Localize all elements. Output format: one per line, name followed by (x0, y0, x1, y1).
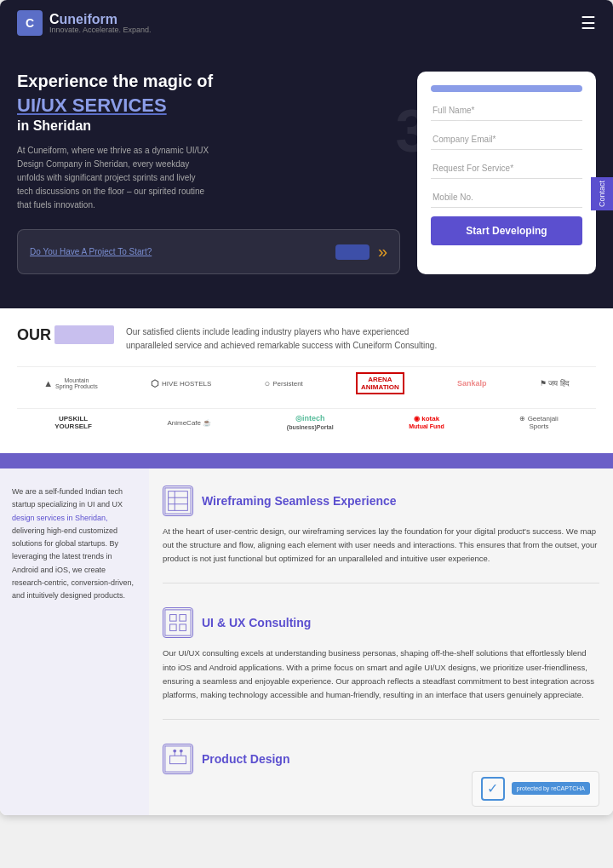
service-divider-1 (163, 583, 599, 583)
svg-rect-5 (165, 610, 191, 635)
cta-input-box (335, 244, 370, 260)
full-name-field[interactable] (431, 101, 582, 121)
our-text: OUR (17, 326, 51, 344)
contact-form: Start Developing (417, 72, 596, 274)
services-section: We are a self-funded Indian tech startup… (0, 468, 613, 815)
consulting-icon (163, 607, 193, 638)
contact-tab[interactable]: Contact (591, 177, 613, 210)
cta-arrow-icon[interactable]: » (378, 242, 387, 262)
clients-header: OUR Our satisfied clients include leadin… (17, 325, 596, 353)
hero-section: Experience the magic of UI/UX SERVICES i… (0, 46, 613, 308)
hero-left: Experience the magic of UI/UX SERVICES i… (17, 72, 400, 274)
wireframing-desc: At the heart of user-centric design, our… (163, 525, 599, 566)
navbar: C Cuneiform Innovate. Accelerate. Expand… (0, 0, 613, 46)
logo-text-block: Cuneiform Innovate. Accelerate. Expand. (49, 12, 152, 34)
client-logo-sankalp: Sankalp (457, 379, 487, 388)
email-field[interactable] (431, 129, 582, 150)
svg-rect-7 (180, 615, 186, 622)
logo-icon: C (17, 10, 43, 36)
hero-description: At Cuneiform, where we thrive as a dynam… (17, 144, 213, 212)
clients-logos: ▲ MountainSpring Products ⬡ HIVE HOSTELS… (17, 366, 596, 436)
recaptcha-label: protected by reCAPTCHA (512, 782, 590, 795)
product-design-icon (163, 744, 193, 774)
client-logo-intech: ◎intech(business)Portal (287, 414, 334, 431)
svg-rect-10 (165, 746, 191, 772)
logos-row-1: ▲ MountainSpring Products ⬡ HIVE HOSTELS… (17, 366, 596, 400)
client-logo-arena: ARENAANIMATION (356, 372, 404, 394)
start-developing-button[interactable]: Start Developing (431, 216, 582, 245)
client-logo-kotak: ◉ kotakMutual Fund (409, 415, 444, 430)
svg-rect-11 (170, 756, 186, 763)
svg-rect-0 (165, 488, 191, 514)
mobile-field[interactable] (431, 187, 582, 208)
service-divider-2 (163, 719, 599, 720)
services-main: Wireframing Seamless Experience At the h… (149, 468, 613, 815)
consulting-title: UI & UX Consulting (202, 616, 311, 629)
client-logo-persistent: ○ Persistent (265, 378, 303, 388)
hero-title-location: in Sheridan (17, 118, 400, 134)
our-label: OUR (17, 325, 114, 344)
logo-tagline: Innovate. Accelerate. Expand. (49, 26, 152, 34)
clients-description: Our satisfied clients include leading in… (126, 325, 450, 353)
service-wireframing: Wireframing Seamless Experience At the h… (163, 486, 599, 583)
client-logo-mountain: ▲ MountainSpring Products (43, 377, 98, 389)
client-logo-geetanjali: ⊕ GeetanjaliSports (519, 415, 558, 430)
recaptcha-checkbox: ✓ (481, 777, 505, 801)
service-product-design-header: Product Design (163, 744, 599, 774)
consulting-desc: Our UI/UX consulting excels at understan… (163, 647, 599, 702)
hero-title-main: Experience the magic of (17, 72, 400, 91)
purple-divider (0, 453, 613, 468)
cta-text: Do You Have A Project To Start? (30, 247, 327, 256)
svg-point-14 (173, 750, 176, 753)
services-sidebar: We are a self-funded Indian tech startup… (0, 468, 149, 815)
client-logo-animecafe: AnimeCafe ☕ (167, 419, 211, 427)
service-product-design: Product Design (163, 744, 599, 774)
clients-section: OUR Our satisfied clients include leadin… (0, 308, 613, 453)
sidebar-description: We are a self-funded Indian tech startup… (12, 486, 137, 603)
service-consulting-header: UI & UX Consulting (163, 607, 599, 638)
hero-title-accent: UI/UX SERVICES (17, 95, 400, 117)
form-top-bar (431, 85, 582, 92)
logos-row-2: UPSKILLYOURSELF AnimeCafe ☕ ◎intech(busi… (17, 408, 596, 436)
browser-frame: C Cuneiform Innovate. Accelerate. Expand… (0, 0, 613, 815)
client-logo-upskill: UPSKILLYOURSELF (54, 415, 92, 430)
client-logo-jhansi: ⚑ जय हिंद (540, 379, 570, 388)
svg-rect-6 (170, 615, 177, 622)
svg-rect-1 (169, 491, 188, 511)
service-consulting: UI & UX Consulting Our UI/UX consulting … (163, 607, 599, 720)
service-field[interactable] (431, 158, 582, 179)
client-logo-hive: ⬡ HIVE HOSTELS (151, 378, 211, 389)
recaptcha-badge: ✓ protected by reCAPTCHA (472, 771, 599, 807)
product-design-title: Product Design (202, 752, 289, 766)
wireframing-title: Wireframing Seamless Experience (202, 494, 397, 508)
svg-rect-9 (180, 624, 186, 631)
svg-rect-8 (170, 624, 177, 631)
clients-bar (54, 325, 114, 344)
hamburger-menu[interactable]: ☰ (581, 13, 596, 33)
service-wireframing-header: Wireframing Seamless Experience (163, 486, 599, 516)
svg-point-15 (180, 750, 183, 753)
logo[interactable]: C Cuneiform Innovate. Accelerate. Expand… (17, 10, 152, 36)
cta-box[interactable]: Do You Have A Project To Start? » (17, 229, 400, 274)
wireframing-icon (163, 486, 193, 516)
